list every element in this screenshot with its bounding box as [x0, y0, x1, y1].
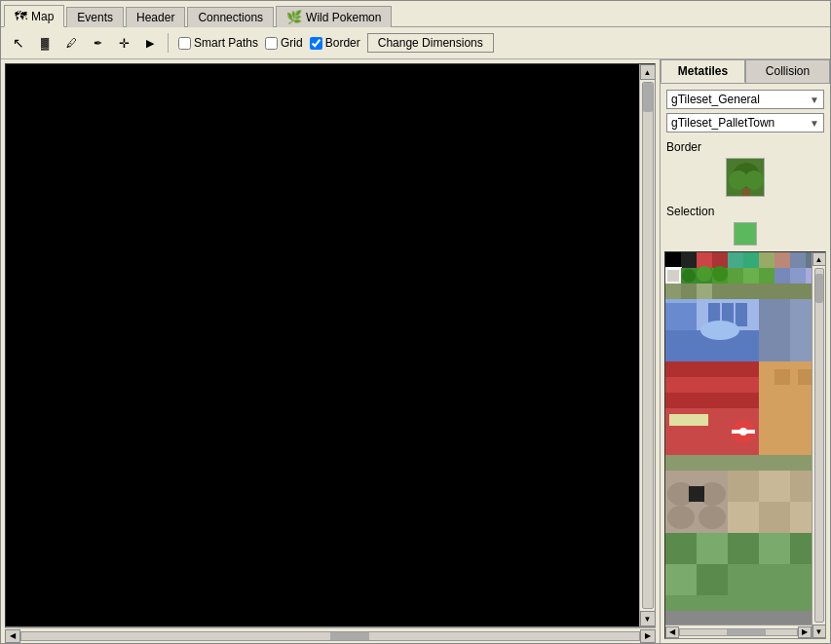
tab-header-label: Header — [136, 11, 174, 24]
tileset-hscroll-thumb — [727, 629, 766, 635]
map-vscroll-thumb — [643, 83, 653, 112]
wildpokemon-tab-icon: 🌿 — [286, 10, 302, 24]
grid-checkbox[interactable] — [265, 37, 278, 50]
svg-rect-78 — [697, 564, 728, 595]
svg-rect-11 — [759, 252, 774, 268]
svg-rect-74 — [728, 533, 759, 564]
svg-rect-63 — [689, 486, 704, 502]
svg-rect-30 — [681, 284, 697, 299]
tab-header[interactable]: Header — [126, 7, 185, 27]
svg-point-55 — [739, 428, 747, 436]
tab-wildpokemon[interactable]: 🌿 Wild Pokemon — [276, 6, 392, 27]
selection-section-label: Selection — [666, 205, 824, 218]
svg-rect-42 — [790, 299, 812, 361]
svg-rect-56 — [759, 408, 812, 455]
svg-rect-23 — [743, 268, 759, 284]
map-hscroll: ◀ ▶ — [5, 627, 656, 643]
svg-rect-75 — [759, 533, 790, 564]
svg-rect-52 — [669, 414, 708, 426]
svg-rect-31 — [697, 284, 712, 299]
map-canvas[interactable] — [6, 64, 639, 626]
svg-rect-25 — [774, 268, 790, 284]
tileset-hscroll-track[interactable] — [679, 628, 798, 636]
tileset1-dropdown[interactable]: gTileset_General ▼ — [666, 90, 824, 109]
svg-rect-34 — [665, 299, 697, 330]
main-content: ▲ ▼ ◀ ▶ Metatiles — [1, 59, 830, 643]
svg-rect-73 — [697, 533, 728, 564]
tileset-vscroll-thumb — [815, 274, 823, 303]
map-scroll-up[interactable]: ▲ — [640, 64, 656, 80]
tab-connections-label: Connections — [198, 11, 263, 24]
tileset-scroll-down[interactable]: ▼ — [812, 625, 826, 638]
tileset1-arrow: ▼ — [810, 95, 819, 105]
tileset2-arrow: ▼ — [810, 118, 819, 129]
grid-check[interactable]: Grid — [265, 36, 303, 50]
svg-point-19 — [697, 266, 712, 282]
tool-fill[interactable]: ▓ — [33, 31, 57, 55]
border-tile-svg — [727, 159, 765, 197]
svg-rect-72 — [665, 533, 697, 564]
tool-move[interactable]: ✛ — [112, 31, 135, 55]
tool-paint[interactable]: 🖊 — [59, 31, 83, 55]
map-hscroll-track[interactable] — [20, 631, 640, 641]
svg-point-40 — [700, 321, 739, 340]
tool-forward[interactable]: ▶ — [138, 31, 162, 55]
toolbar: ↖ ▓ 🖊 ✒ ✛ ▶ Smart Paths Grid Border — [1, 27, 830, 59]
smart-paths-check[interactable]: Smart Paths — [178, 36, 258, 50]
tab-bar: 🗺 Map Events Header Connections 🌿 Wild P… — [1, 1, 830, 27]
border-preview — [726, 158, 765, 197]
tileset-area[interactable]: ▲ ▼ ◀ ▶ — [664, 251, 826, 639]
smart-paths-checkbox[interactable] — [178, 37, 191, 50]
svg-rect-32 — [712, 284, 728, 299]
svg-rect-15 — [665, 268, 681, 284]
svg-rect-65 — [728, 471, 759, 502]
grid-label: Grid — [281, 36, 303, 50]
tool-eyedrop[interactable]: ✒ — [86, 31, 109, 55]
panel-tab-collision[interactable]: Collision — [745, 59, 830, 83]
border-check[interactable]: Border — [310, 36, 360, 50]
svg-rect-26 — [790, 268, 806, 284]
tab-connections[interactable]: Connections — [187, 7, 274, 27]
map-vscroll-track[interactable] — [642, 82, 654, 609]
tab-map[interactable]: 🗺 Map — [4, 5, 64, 27]
svg-rect-8 — [712, 252, 728, 268]
svg-rect-69 — [759, 502, 790, 533]
border-checkbox[interactable] — [310, 37, 322, 50]
tileset-vscroll-track[interactable] — [814, 268, 824, 623]
selection-preview-container — [666, 222, 824, 246]
svg-rect-45 — [665, 377, 759, 393]
tileset1-label: gTileset_General — [671, 93, 760, 106]
map-scroll-left[interactable]: ◀ — [5, 629, 20, 643]
map-scroll-right[interactable]: ▶ — [640, 629, 656, 643]
tool-pointer[interactable]: ↖ — [7, 31, 30, 55]
svg-point-62 — [699, 506, 726, 529]
border-section-label: Border — [666, 140, 824, 154]
svg-rect-66 — [759, 471, 790, 502]
map-scroll-down[interactable]: ▼ — [640, 611, 656, 626]
change-dimensions-button[interactable]: Change Dimensions — [367, 33, 494, 53]
right-panel: Metatiles Collision gTileset_General ▼ g… — [660, 59, 830, 643]
map-vscroll: ▲ ▼ — [639, 64, 655, 626]
map-container: ▲ ▼ ◀ ▶ — [1, 59, 660, 643]
border-label: Border — [325, 36, 360, 50]
tileset2-dropdown[interactable]: gTileset_PalletTown ▼ — [666, 113, 824, 133]
tileset-scroll-left[interactable]: ◀ — [665, 626, 679, 638]
tab-events-label: Events — [77, 11, 113, 24]
svg-rect-70 — [790, 502, 812, 533]
main-window: 🗺 Map Events Header Connections 🌿 Wild P… — [0, 0, 831, 644]
svg-rect-67 — [790, 471, 812, 502]
tileset-hscroll: ◀ ▶ — [665, 625, 812, 638]
tab-events[interactable]: Events — [66, 7, 124, 27]
toolbar-separator — [168, 33, 169, 53]
tileset-scroll-right[interactable]: ▶ — [798, 626, 812, 638]
svg-rect-7 — [697, 252, 712, 268]
svg-rect-76 — [790, 533, 812, 564]
svg-rect-57 — [665, 455, 812, 471]
tileset-scroll-up[interactable]: ▲ — [812, 252, 826, 266]
tab-map-label: Map — [31, 10, 54, 23]
map-hscroll-thumb — [330, 632, 369, 640]
svg-rect-13 — [790, 252, 806, 268]
svg-rect-39 — [736, 303, 747, 326]
svg-rect-5 — [665, 252, 681, 268]
panel-tab-metatiles[interactable]: Metatiles — [661, 59, 745, 83]
